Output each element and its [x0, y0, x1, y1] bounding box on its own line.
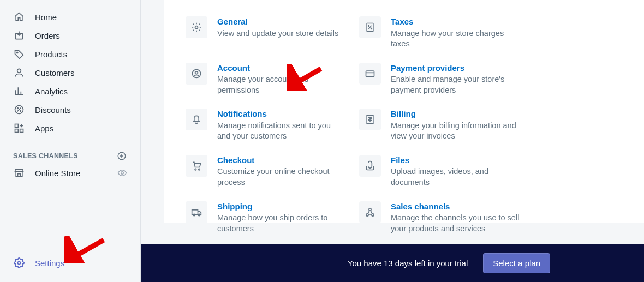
tile-title: Payment providers — [391, 63, 520, 74]
trial-bar: You have 13 days left in your trial Sele… — [141, 244, 644, 282]
sidebar-item-products[interactable]: Products — [0, 45, 140, 63]
credit-card-icon — [359, 63, 381, 85]
gear-icon — [186, 16, 207, 38]
sidebar-item-label: Home — [35, 13, 57, 22]
sidebar-item-orders[interactable]: Orders — [0, 26, 140, 45]
settings-tile-notifications[interactable]: NotificationsManage notifications sent t… — [186, 109, 359, 142]
tile-desc: Customize your online checkout process — [217, 166, 346, 188]
tile-desc: Manage how your store charges taxes — [391, 28, 520, 50]
truck-icon — [186, 201, 207, 223]
section-title-label: SALES CHANNELS — [13, 152, 78, 160]
gear-icon — [13, 257, 25, 269]
svg-point-17 — [195, 71, 198, 74]
account-circle-icon — [186, 63, 207, 85]
tile-title: Billing — [391, 109, 520, 119]
settings-tile-checkout[interactable]: CheckoutCustomize your online checkout p… — [186, 155, 359, 188]
discount-icon — [13, 104, 25, 116]
svg-point-21 — [199, 169, 200, 170]
svg-rect-8 — [15, 129, 19, 133]
sidebar-item-online-store[interactable]: Online Store — [0, 164, 140, 182]
sidebar: Home Orders Products Customers — [0, 0, 141, 282]
sidebar-item-label: Online Store — [35, 169, 117, 178]
invoice-icon — [359, 109, 381, 130]
tile-title: Checkout — [217, 155, 346, 166]
svg-point-12 — [195, 26, 198, 29]
tile-desc: Manage your billing information and view… — [391, 121, 520, 142]
settings-tile-general[interactable]: GeneralView and update your store detail… — [186, 16, 359, 50]
settings-label: Settings — [35, 259, 64, 268]
apps-icon — [13, 122, 25, 134]
svg-point-20 — [195, 169, 196, 170]
settings-tile-billing[interactable]: BillingManage your billing information a… — [359, 109, 533, 142]
store-icon — [13, 167, 25, 179]
svg-point-14 — [368, 26, 369, 27]
settings-tile-shipping[interactable]: ShippingManage how you ship orders to cu… — [186, 201, 359, 235]
home-icon — [13, 11, 25, 23]
sales-channels-header: SALES CHANNELS — [0, 149, 140, 163]
tile-title: Taxes — [391, 16, 520, 27]
settings-tile-files[interactable]: FilesUpload images, videos, and document… — [359, 155, 533, 188]
view-store-icon[interactable] — [117, 168, 127, 178]
tile-desc: Manage notifications sent to you and you… — [217, 121, 346, 142]
svg-point-5 — [20, 111, 21, 112]
svg-point-4 — [17, 108, 19, 109]
channels-icon — [359, 201, 381, 223]
svg-rect-18 — [366, 71, 374, 77]
select-plan-button[interactable]: Select a plan — [483, 253, 550, 273]
receipt-icon — [359, 16, 381, 38]
tile-title: Files — [391, 155, 520, 166]
orders-icon — [13, 29, 25, 41]
sidebar-item-label: Orders — [35, 31, 60, 40]
tile-title: General — [217, 16, 338, 27]
tile-desc: Manage your account and permissions — [217, 74, 346, 95]
svg-rect-7 — [20, 129, 23, 133]
sidebar-item-analytics[interactable]: Analytics — [0, 82, 140, 100]
tile-desc: Enable and manage your store's payment p… — [391, 74, 520, 95]
settings-tile-payment-providers[interactable]: Payment providersEnable and manage your … — [359, 63, 533, 96]
tile-desc: Manage the channels you use to sell your… — [391, 213, 520, 234]
settings-tile-account[interactable]: AccountManage your account and permissio… — [186, 63, 359, 96]
sidebar-item-home[interactable]: Home — [0, 8, 140, 26]
sidebar-item-label: Analytics — [35, 87, 68, 96]
primary-nav: Home Orders Products Customers — [0, 0, 140, 182]
svg-rect-6 — [15, 124, 19, 128]
cart-icon — [186, 155, 207, 177]
sidebar-item-discounts[interactable]: Discounts — [0, 100, 140, 119]
sidebar-item-label: Products — [35, 50, 67, 59]
main-content: GeneralView and update your store detail… — [141, 0, 644, 282]
svg-point-2 — [17, 69, 21, 73]
paperclip-icon — [359, 155, 381, 177]
svg-point-10 — [121, 172, 124, 175]
settings-tile-taxes[interactable]: TaxesManage how your store charges taxes — [359, 16, 533, 50]
analytics-icon — [13, 85, 25, 97]
tile-desc: View and update your store details — [217, 28, 338, 39]
svg-point-15 — [371, 28, 372, 29]
customer-icon — [13, 67, 25, 79]
tag-icon — [13, 48, 25, 60]
settings-tiles: GeneralView and update your store detail… — [164, 0, 644, 253]
tile-desc: Upload images, videos, and documents — [391, 166, 520, 188]
sidebar-item-settings[interactable]: Settings — [0, 254, 77, 272]
settings-card: GeneralView and update your store detail… — [164, 0, 644, 223]
sidebar-item-label: Discounts — [35, 105, 71, 115]
add-channel-icon[interactable] — [116, 151, 127, 161]
tile-desc: Manage how you ship orders to customers — [217, 213, 346, 234]
tile-title: Notifications — [217, 109, 346, 119]
trial-message: You have 13 days left in your trial — [348, 259, 468, 268]
tile-title: Account — [217, 63, 346, 74]
sidebar-item-customers[interactable]: Customers — [0, 63, 140, 82]
sidebar-item-label: Customers — [35, 68, 75, 77]
tile-title: Sales channels — [391, 201, 520, 212]
sidebar-item-label: Apps — [35, 124, 53, 133]
svg-point-11 — [18, 262, 21, 265]
svg-point-1 — [17, 52, 18, 53]
sidebar-item-apps[interactable]: Apps — [0, 119, 140, 137]
tile-title: Shipping — [217, 201, 346, 212]
bell-icon — [186, 109, 207, 130]
settings-tile-sales-channels[interactable]: Sales channelsManage the channels you us… — [359, 201, 533, 235]
